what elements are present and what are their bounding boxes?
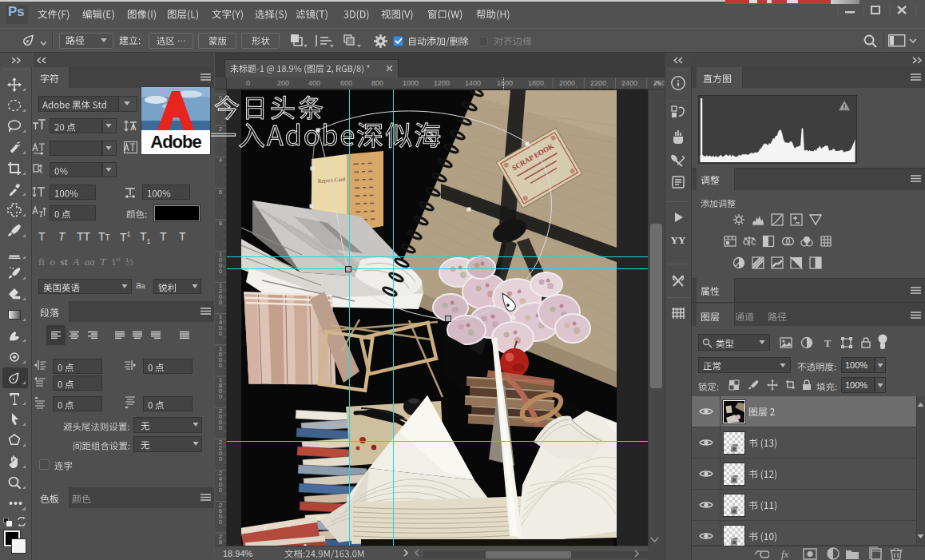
svg-text:Adobe: Adobe (150, 132, 201, 152)
svg-text:fx: fx (781, 548, 789, 560)
svg-text:T: T (824, 337, 832, 349)
svg-text:YY: YY (671, 234, 686, 246)
